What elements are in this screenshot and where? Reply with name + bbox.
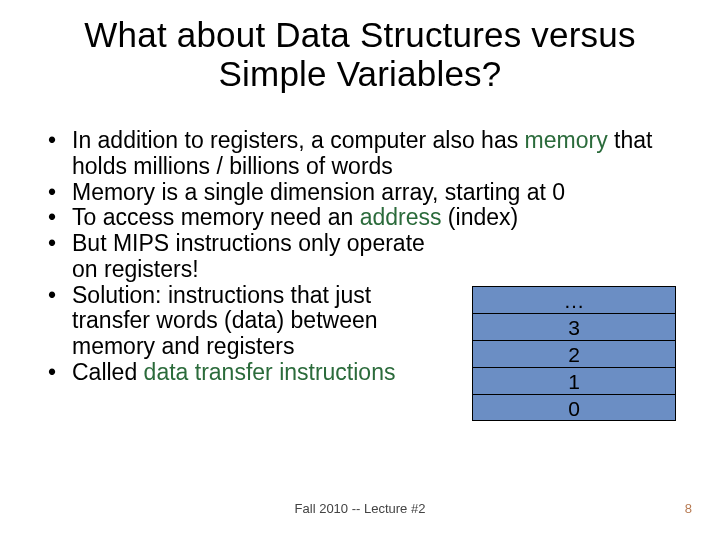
bullet-item: Memory is a single dimension array, star… bbox=[42, 180, 690, 206]
memory-stack: … 3 2 1 0 bbox=[472, 286, 676, 421]
bullet-text: Solution: instructions that just transfe… bbox=[72, 282, 378, 360]
bullet-accent: data transfer instructions bbox=[144, 359, 396, 385]
bullet-accent: address bbox=[360, 204, 442, 230]
memory-cell: 0 bbox=[472, 394, 676, 421]
bullet-accent: memory bbox=[525, 127, 608, 153]
bullet-text: But MIPS instructions only operate on re… bbox=[72, 230, 425, 282]
memory-cell: 1 bbox=[472, 367, 676, 394]
bullet-text: To access memory need an bbox=[72, 204, 360, 230]
bullet-item: To access memory need an address (index) bbox=[42, 205, 690, 231]
title-line-1: What about Data Structures versus bbox=[84, 15, 635, 54]
bullet-text: Called bbox=[72, 359, 144, 385]
bullet-text: (index) bbox=[441, 204, 518, 230]
bullet-item: In addition to registers, a computer als… bbox=[42, 128, 690, 180]
memory-cell: … bbox=[472, 286, 676, 313]
footer-text: Fall 2010 -- Lecture #2 bbox=[0, 501, 720, 516]
title-line-2: Simple Variables? bbox=[219, 54, 502, 93]
slide-title: What about Data Structures versus Simple… bbox=[0, 16, 720, 93]
bullet-item: Called data transfer instructions bbox=[42, 360, 442, 386]
bullet-text: In addition to registers, a computer als… bbox=[72, 127, 525, 153]
memory-cell: 3 bbox=[472, 313, 676, 340]
slide: What about Data Structures versus Simple… bbox=[0, 0, 720, 540]
memory-cell: 2 bbox=[472, 340, 676, 367]
page-number: 8 bbox=[685, 501, 692, 516]
bullet-item: But MIPS instructions only operate on re… bbox=[42, 231, 442, 283]
bullet-item: Solution: instructions that just transfe… bbox=[42, 283, 442, 360]
bullet-text: Memory is a single dimension array, star… bbox=[72, 179, 565, 205]
